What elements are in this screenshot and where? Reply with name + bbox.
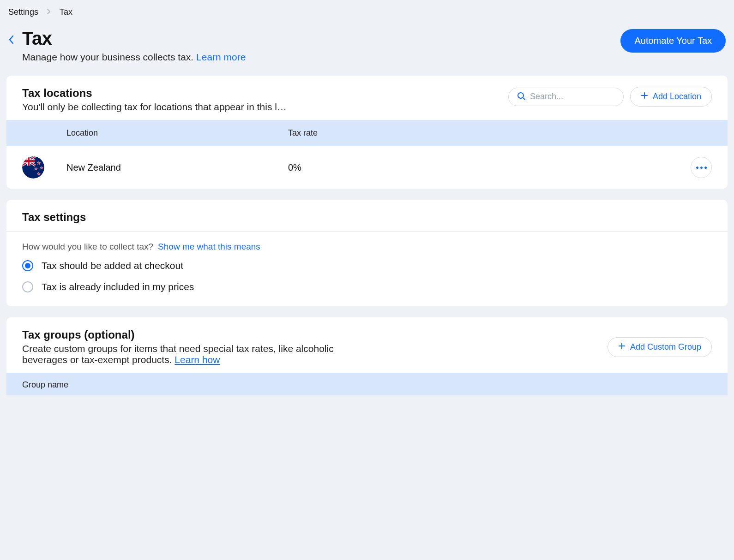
row-actions-button[interactable]: [691, 157, 712, 178]
radio-unselected-icon: [22, 281, 33, 292]
column-header-rate: Tax rate: [288, 128, 684, 138]
breadcrumb-tax[interactable]: Tax: [60, 7, 72, 17]
show-me-link[interactable]: Show me what this means: [158, 242, 260, 252]
column-header-location: Location: [66, 128, 288, 138]
page-header: Tax Manage how your business collects ta…: [0, 24, 734, 76]
search-icon: [517, 92, 525, 102]
search-box[interactable]: [508, 88, 624, 106]
learn-more-link[interactable]: Learn more: [196, 52, 246, 62]
groups-table-header: Group name: [6, 373, 728, 395]
tax-collection-question: How would you like to collect tax? Show …: [22, 242, 712, 252]
plus-icon: [618, 342, 626, 352]
tax-groups-card: Tax groups (optional) Create custom grou…: [6, 317, 728, 395]
chevron-right-icon: [47, 7, 51, 17]
column-header-group-name: Group name: [22, 380, 68, 390]
location-name: New Zealand: [66, 162, 288, 173]
radio-tax-included-in-prices[interactable]: Tax is already included in my prices: [22, 281, 712, 292]
locations-table-header: Location Tax rate: [6, 120, 728, 146]
breadcrumb-settings[interactable]: Settings: [8, 7, 38, 17]
search-input[interactable]: [530, 92, 637, 101]
plus-icon: [641, 92, 648, 101]
tax-settings-title: Tax settings: [22, 211, 712, 224]
add-custom-group-button[interactable]: Add Custom Group: [608, 337, 712, 357]
automate-tax-button[interactable]: Automate Your Tax: [620, 29, 726, 53]
radio-selected-icon: [22, 260, 33, 271]
tax-settings-card: Tax settings How would you like to colle…: [6, 200, 728, 306]
radio-tax-added-at-checkout[interactable]: Tax should be added at checkout: [22, 260, 712, 271]
tax-locations-description: You'll only be collecting tax for locati…: [22, 101, 499, 113]
learn-how-link[interactable]: Learn how: [174, 354, 220, 365]
tax-groups-title: Tax groups (optional): [22, 328, 598, 341]
page-subtitle: Manage how your business collects tax. L…: [22, 52, 246, 63]
page-title: Tax: [22, 28, 246, 49]
tax-locations-title: Tax locations: [22, 87, 499, 100]
back-button[interactable]: [8, 35, 15, 47]
breadcrumb: Settings Tax: [0, 0, 734, 24]
tax-locations-card: Tax locations You'll only be collecting …: [6, 76, 728, 189]
table-row[interactable]: New Zealand 0%: [6, 146, 728, 189]
svg-point-0: [518, 93, 523, 98]
location-rate: 0%: [288, 162, 684, 173]
tax-groups-description: Create custom groups for items that need…: [22, 343, 373, 365]
add-location-button[interactable]: Add Location: [630, 87, 712, 107]
flag-new-zealand-icon: [22, 156, 44, 179]
